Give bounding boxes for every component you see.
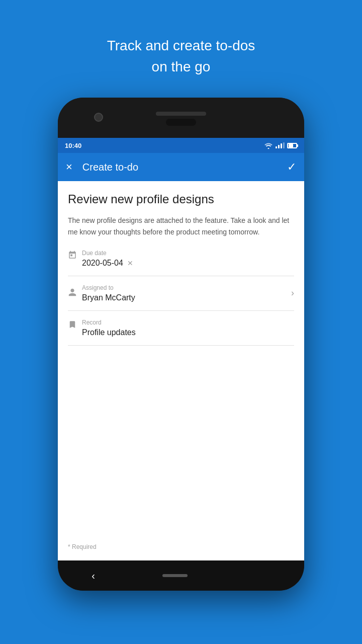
assigned-to-content: Assigned to Bryan McCarty [82,284,291,302]
record-label: Record [82,319,294,326]
wifi-icon [264,142,273,149]
assigned-to-chevron-icon: › [291,288,294,298]
app-bar: × Create to-do ✓ [58,153,304,181]
app-headline: Track and create to-dos on the go [75,35,287,77]
record-content: Record Profile updates [82,319,294,337]
phone-earpiece [166,119,196,126]
status-icons [264,142,297,149]
confirm-button[interactable]: ✓ [287,160,296,174]
phone-device: 10:40 [58,98,304,591]
due-date-clear-button[interactable]: ✕ [127,259,133,267]
phone-camera [94,113,103,122]
phone-shell: 10:40 [58,98,304,591]
status-bar: 10:40 [58,138,304,153]
phone-top-bezel [58,98,304,138]
status-time: 10:40 [65,142,81,149]
assigned-to-label: Assigned to [82,284,291,291]
phone-bottom-bezel: ‹ [58,560,304,591]
headline-line2: on the go [152,59,211,74]
calendar-icon [68,251,82,262]
task-title: Review new profile designs [68,191,294,207]
bookmark-icon [68,320,82,332]
app-bar-title: Create to-do [82,162,287,173]
due-date-value: 2020-05-04 ✕ [82,259,294,268]
record-value: Profile updates [82,328,294,337]
required-text: * Required [68,538,294,550]
close-button[interactable]: × [66,162,72,173]
due-date-label: Due date [82,250,294,257]
due-date-field[interactable]: Due date 2020-05-04 ✕ [68,250,294,276]
task-content: Review new profile designs The new profi… [58,181,304,560]
record-field[interactable]: Record Profile updates [68,319,294,346]
headline-line1: Track and create to-dos [107,38,255,53]
phone-screen: 10:40 [58,138,304,560]
battery-icon [287,143,297,148]
signal-icon [276,142,285,148]
phone-speaker [156,112,206,116]
due-date-content: Due date 2020-05-04 ✕ [82,250,294,268]
task-description: The new profile designs are attached to … [68,215,294,237]
assigned-to-value: Bryan McCarty [82,293,291,302]
home-button[interactable] [162,574,188,577]
person-icon [68,288,82,299]
assigned-to-field[interactable]: Assigned to Bryan McCarty › [68,284,294,311]
back-button[interactable]: ‹ [92,570,95,582]
